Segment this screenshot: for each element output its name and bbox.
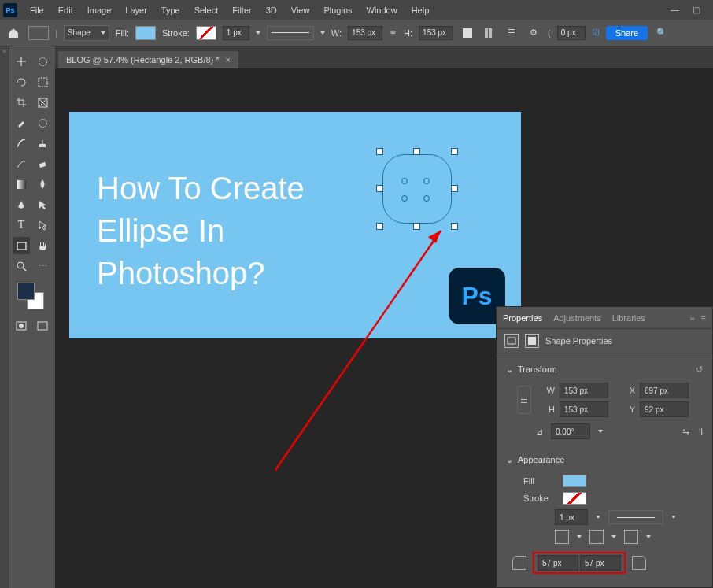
healing-tool[interactable] xyxy=(34,114,51,131)
brush-tool[interactable] xyxy=(13,135,30,152)
tab-properties[interactable]: Properties xyxy=(503,313,542,323)
menu-help[interactable]: Help xyxy=(405,3,436,17)
gear-icon[interactable]: ⚙ xyxy=(526,25,541,41)
corner-tr-input[interactable] xyxy=(580,555,621,571)
history-brush-tool[interactable] xyxy=(13,155,30,172)
move-tool[interactable] xyxy=(13,53,30,70)
menu-edit[interactable]: Edit xyxy=(52,3,79,17)
app-icon: Ps xyxy=(3,3,17,17)
marquee-tool[interactable] xyxy=(34,53,51,70)
frame-tool[interactable] xyxy=(34,94,51,111)
canvas-area[interactable]: How To Create Ellipse In Photoshop? Ps P… xyxy=(55,68,713,588)
height-input[interactable] xyxy=(419,26,453,40)
flip-v-icon[interactable]: ⥮ xyxy=(697,427,704,437)
more-tools[interactable]: ⋯ xyxy=(34,257,51,275)
direct-select-tool[interactable] xyxy=(34,216,51,234)
share-button[interactable]: Share xyxy=(606,26,648,40)
flip-h-icon[interactable]: ⇋ xyxy=(682,427,689,437)
document-tabs: BLOG @ 57.4% (Rectangle 2, RGB/8) * × xyxy=(55,46,713,68)
transform-section[interactable]: ⌄Transform ↺ xyxy=(504,360,704,379)
arrange-icon[interactable]: ☰ xyxy=(504,25,519,41)
stroke-width-caret[interactable] xyxy=(256,31,260,35)
eraser-tool[interactable] xyxy=(34,155,51,172)
tool-preset-swatch[interactable] xyxy=(28,26,49,40)
rectangle-tool[interactable] xyxy=(13,237,30,254)
hand-tool[interactable] xyxy=(34,237,51,254)
join-icon[interactable] xyxy=(589,530,604,544)
align-icon[interactable] xyxy=(482,25,497,41)
corner-tr-icon[interactable] xyxy=(632,556,646,570)
panel-fill-label: Fill xyxy=(523,476,555,486)
options-bar: | Shape Fill: Stroke: W: ⚭ H: ☰ ⚙ ( ☑ Sh… xyxy=(0,20,713,46)
reset-icon[interactable]: ↺ xyxy=(696,364,703,375)
corner-tl-input[interactable] xyxy=(538,555,578,571)
menu-type[interactable]: Type xyxy=(155,3,187,17)
menu-file[interactable]: File xyxy=(24,3,50,17)
panel-stroke-style[interactable] xyxy=(608,510,663,524)
panel-stroke-width[interactable] xyxy=(555,509,588,525)
cap-icon[interactable] xyxy=(555,530,569,544)
quickmask-tool[interactable] xyxy=(13,317,30,335)
document-tab[interactable]: BLOG @ 57.4% (Rectangle 2, RGB/8) * × xyxy=(58,51,238,68)
corner-tl-icon[interactable] xyxy=(512,556,526,570)
menu-plugins[interactable]: Plugins xyxy=(317,3,358,17)
menu-3d[interactable]: 3D xyxy=(260,3,283,17)
path-select-tool[interactable] xyxy=(34,196,51,213)
quick-select-tool[interactable] xyxy=(34,73,51,91)
shape-mode-dropdown[interactable]: Shape xyxy=(64,25,109,41)
menu-view[interactable]: View xyxy=(285,3,316,17)
menu-window[interactable]: Window xyxy=(360,3,404,17)
menu-filter[interactable]: Filter xyxy=(226,3,257,17)
toolbar: T ⋯ xyxy=(9,46,55,588)
svg-rect-12 xyxy=(17,242,26,250)
panel-menu-icon[interactable]: ≡ xyxy=(701,313,706,323)
rotate-caret[interactable] xyxy=(598,430,603,433)
pen-tool[interactable] xyxy=(13,196,30,213)
rotate-input[interactable] xyxy=(551,423,590,439)
fill-swatch[interactable] xyxy=(135,26,156,40)
link-wh-panel-icon[interactable]: 𝌆 xyxy=(517,386,531,414)
align-stroke-icon[interactable] xyxy=(624,530,638,544)
panel-x-input[interactable] xyxy=(640,383,689,398)
fg-bg-colors[interactable] xyxy=(13,283,52,314)
crop-tool[interactable] xyxy=(13,94,30,111)
svg-rect-9 xyxy=(39,144,46,147)
close-tab-icon[interactable]: × xyxy=(226,55,231,65)
gradient-tool[interactable] xyxy=(13,176,30,193)
path-ops-icon[interactable] xyxy=(460,25,475,41)
menu-layer[interactable]: Layer xyxy=(119,3,153,17)
home-button[interactable] xyxy=(5,24,22,42)
panel-width-input[interactable] xyxy=(560,383,608,398)
link-wh-icon[interactable]: ⚭ xyxy=(389,27,397,39)
lasso-tool[interactable] xyxy=(13,73,30,91)
stroke-style-caret[interactable] xyxy=(320,31,325,35)
screenmode-tool[interactable] xyxy=(34,317,51,335)
menu-image[interactable]: Image xyxy=(81,3,118,17)
stroke-swatch[interactable] xyxy=(196,26,216,40)
restore-icon[interactable]: ▢ xyxy=(693,5,704,16)
stroke-width-input[interactable] xyxy=(223,26,249,40)
zoom-tool[interactable] xyxy=(13,257,30,275)
search-icon[interactable]: 🔍 xyxy=(654,25,670,41)
tab-adjustments[interactable]: Adjustments xyxy=(553,313,601,323)
stroke-style-dropdown[interactable] xyxy=(267,26,314,40)
shape-selection[interactable] xyxy=(378,150,456,228)
align-edges-check[interactable]: ☑ xyxy=(592,28,600,38)
tab-libraries[interactable]: Libraries xyxy=(612,313,645,323)
svg-point-8 xyxy=(39,119,46,127)
panel-fill-swatch[interactable] xyxy=(563,475,586,487)
menu-select[interactable]: Select xyxy=(188,3,225,17)
canvas[interactable]: How To Create Ellipse In Photoshop? Ps xyxy=(69,112,521,338)
panel-y-input[interactable] xyxy=(640,401,689,417)
corner-radius-input[interactable] xyxy=(557,26,586,40)
panel-stroke-swatch[interactable] xyxy=(563,492,586,505)
width-input[interactable] xyxy=(348,26,382,40)
panel-expand-icon[interactable]: » xyxy=(689,313,694,323)
panel-height-input[interactable] xyxy=(560,401,608,417)
appearance-section[interactable]: ⌄Appearance xyxy=(504,450,704,470)
eyedropper-tool[interactable] xyxy=(13,114,30,131)
blur-tool[interactable] xyxy=(34,176,51,193)
type-tool[interactable]: T xyxy=(13,216,30,234)
clone-tool[interactable] xyxy=(34,135,51,152)
minimize-icon[interactable]: ― xyxy=(671,5,682,16)
